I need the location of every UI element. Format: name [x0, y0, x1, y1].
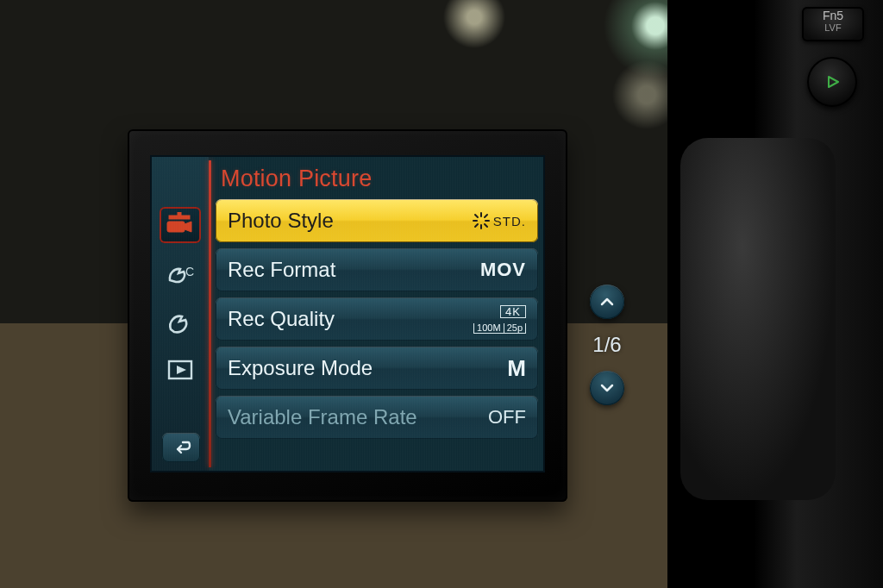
chevron-up-icon [600, 297, 614, 307]
page-indicator: 1/6 [592, 333, 621, 357]
menu-rows: Photo Style STD. [216, 199, 538, 439]
menu-item-variable-frame-rate[interactable]: Variable Frame Rate OFF [216, 396, 538, 439]
menu-item-value: M [507, 355, 526, 382]
fn5-button[interactable]: Fn5 LVF [802, 7, 864, 41]
svg-line-15 [475, 224, 478, 227]
tab-playback[interactable] [160, 352, 201, 388]
tab-setup[interactable] [160, 303, 201, 340]
menu-item-label: Rec Quality [228, 307, 335, 331]
svg-text:C: C [185, 265, 194, 278]
playback-button[interactable] [807, 57, 857, 107]
svg-marker-2 [185, 222, 191, 232]
scene: Fn5 LVF [0, 0, 883, 588]
play-rect-icon [166, 357, 195, 383]
fn5-sublabel: LVF [802, 22, 864, 33]
recq-fps: 25p [504, 323, 526, 334]
back-button[interactable] [162, 433, 200, 462]
recq-bitrate: 100M [473, 323, 504, 334]
recq-top: 4K [500, 305, 526, 318]
value-text: STD. [493, 214, 526, 228]
menu-item-exposure-mode[interactable]: Exposure Mode M [216, 347, 538, 390]
pager: 1/6 [590, 285, 624, 405]
chevron-down-icon [600, 383, 614, 393]
menu-item-value: STD. [473, 212, 526, 229]
svg-marker-7 [177, 366, 186, 374]
menu-item-value: 4K 100M 25p [473, 305, 526, 334]
menu-item-rec-quality[interactable]: Rec Quality 4K 100M 25p [216, 297, 538, 341]
menu-item-label: Exposure Mode [228, 356, 373, 380]
menu-title: Motion Picture [221, 166, 538, 192]
menu-item-label: Variable Frame Rate [228, 405, 417, 429]
svg-line-14 [485, 215, 487, 217]
page-down-button[interactable] [590, 371, 624, 405]
tab-motion-picture[interactable] [160, 207, 201, 243]
play-icon [821, 73, 843, 91]
fn5-label: Fn5 [823, 9, 843, 22]
page-up-button[interactable] [590, 285, 624, 319]
back-icon [171, 440, 191, 455]
menu-item-label: Photo Style [228, 209, 334, 233]
svg-rect-4 [178, 212, 181, 217]
menu-item-value: MOV [480, 259, 526, 281]
svg-line-13 [485, 224, 487, 227]
video-camera-icon [166, 212, 195, 238]
tab-custom[interactable]: C [160, 255, 201, 291]
svg-marker-0 [829, 77, 838, 87]
svg-rect-1 [167, 222, 185, 232]
lcd-frame: C [128, 129, 567, 502]
wrench-c-icon: C [166, 260, 195, 286]
menu-tab-rail: C [152, 157, 209, 471]
menu-pane: Motion Picture Photo Style [216, 160, 538, 466]
wrench-icon [166, 309, 195, 335]
std-burst-icon [473, 212, 490, 229]
menu-item-value: OFF [488, 406, 526, 428]
camera-grip [680, 138, 836, 500]
svg-line-12 [475, 215, 478, 217]
menu-item-photo-style[interactable]: Photo Style STD. [216, 199, 538, 242]
menu-item-label: Rec Format [228, 258, 335, 282]
lcd-screen: C [150, 155, 545, 472]
rail-divider [209, 160, 211, 467]
menu-item-rec-format[interactable]: Rec Format MOV [216, 248, 538, 291]
